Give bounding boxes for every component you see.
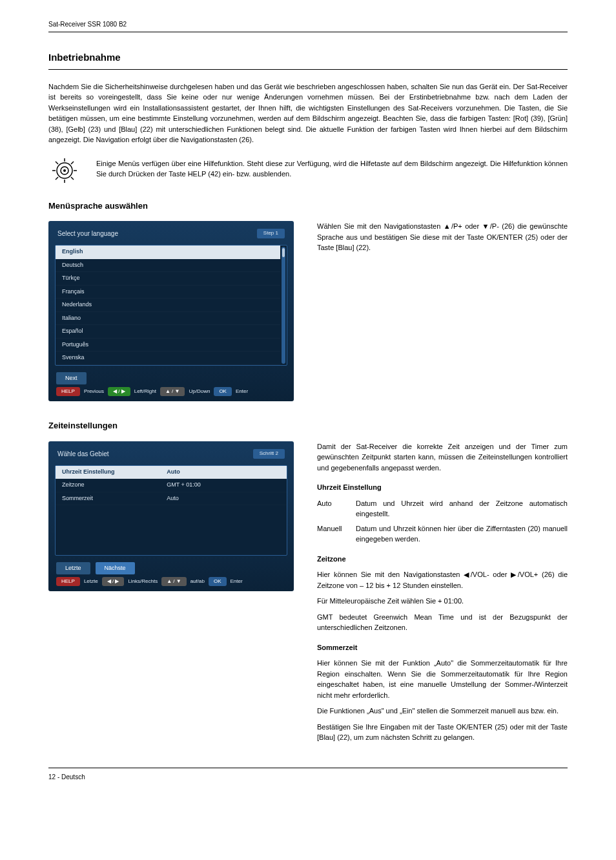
def-desc: Datum und Uhrzeit können hier über die Z…: [356, 523, 568, 545]
help-pill[interactable]: HELP: [56, 577, 80, 586]
osd-lang-step: Step 1: [257, 229, 285, 238]
lang-instruction: Wählen Sie mit den Navigationstasten ▲/P…: [317, 221, 568, 253]
intro-paragraph: Nachdem Sie die Sicherheitshinweise durc…: [48, 81, 568, 145]
lang-item-portugues[interactable]: Português: [56, 339, 280, 352]
row-label: Sommerzeit: [62, 494, 167, 503]
def-auto: Auto Datum und Uhrzeit wird anhand der Z…: [317, 498, 568, 519]
lang-item-nederlands[interactable]: Nederlands: [56, 299, 280, 312]
lightbulb-icon: [48, 156, 81, 185]
row-value: GMT + 01:00: [167, 481, 280, 490]
ok-pill[interactable]: OK: [209, 577, 227, 586]
h3-zeitzone: Zeitzone: [317, 554, 568, 565]
foot-letzte: Letzte: [84, 578, 98, 585]
lang-item-francais[interactable]: Français: [56, 286, 280, 299]
svg-point-2: [63, 169, 66, 172]
sommer-p2: Die Funktionen „Aus" und „Ein" stellen d…: [317, 706, 568, 717]
time-row-uhrzeit[interactable]: Uhrzeit Einstellung Auto: [56, 466, 287, 479]
osd-time-title: Wähle das Gebiet: [57, 449, 109, 459]
row-value: Auto: [167, 468, 280, 477]
green-pill[interactable]: ◀ / ▶: [108, 387, 130, 396]
def-desc: Datum und Uhrzeit wird anhand der Zeitzo…: [356, 498, 568, 519]
zeitzone-p3: GMT bedeutet Greenwich Mean Time und ist…: [317, 612, 568, 633]
foot-ud: auf/ab: [190, 578, 205, 585]
lang-item-italiano[interactable]: Italiano: [56, 312, 280, 326]
svg-line-10: [56, 177, 58, 180]
tip-block: Einige Menüs verfügen über eine Hilfefun…: [48, 156, 568, 185]
sommer-p3: Bestätigen Sie Ihre Eingaben mit der Tas…: [317, 722, 568, 743]
scrollbar[interactable]: [282, 247, 285, 364]
lang-item-espanol[interactable]: Español: [56, 325, 280, 339]
time-intro: Damit der Sat-Receiver die korrekte Zeit…: [317, 441, 568, 474]
osd-time-step: Schritt 2: [253, 449, 285, 459]
foot-previous: Previous: [84, 388, 104, 395]
def-term: Manuell: [317, 523, 348, 545]
lang-item-english[interactable]: English: [56, 246, 280, 259]
tip-text: Einige Menüs verfügen über eine Hilfefun…: [96, 156, 568, 180]
osd-lang-title: Select your language: [57, 229, 118, 238]
row-value: Auto: [167, 494, 280, 503]
osd-time: Wähle das Gebiet Schritt 2 Uhrzeit Einst…: [48, 441, 294, 592]
foot-updown: Up/Down: [189, 388, 210, 395]
time-row-sommerzeit[interactable]: Sommerzeit Auto: [56, 492, 287, 506]
lang-item-deutsch[interactable]: Deutsch: [56, 259, 280, 273]
sommer-p1: Hier können Sie mit der Funktion „Auto" …: [317, 658, 568, 700]
foot-enter: Enter: [231, 578, 243, 585]
h3-uhrzeit: Uhrzeit Einstellung: [317, 482, 568, 493]
osd-time-table[interactable]: Uhrzeit Einstellung Auto Zeitzone GMT + …: [55, 465, 287, 556]
svg-line-9: [71, 162, 74, 164]
osd-next-button[interactable]: Nächste: [96, 562, 135, 575]
h2-zeiteinstellungen: Zeiteinstellungen: [48, 419, 568, 432]
ud-pill[interactable]: ▲ / ▼: [161, 577, 187, 586]
lr-pill[interactable]: ◀ / ▶: [102, 577, 125, 586]
foot-lr: Links/Rechts: [128, 578, 158, 585]
page-number: 12: [48, 773, 56, 781]
page-footer: 12 - Deutsch: [48, 768, 568, 782]
foot-enter: Enter: [236, 388, 248, 395]
osd-prev-button[interactable]: Letzte: [56, 562, 90, 575]
osd-next-button[interactable]: Next: [56, 372, 87, 385]
h2-menusprache: Menüsprache auswählen: [48, 200, 568, 213]
svg-line-7: [56, 162, 58, 164]
def-manuell: Manuell Datum und Uhrzeit können hier üb…: [317, 523, 568, 545]
device-name: Sat-Receiver SSR 1080 B2: [48, 21, 127, 28]
footer-lang: Deutsch: [61, 773, 85, 781]
lang-item-turkce[interactable]: Türkçe: [56, 272, 280, 286]
h1-inbetriebnahme: Inbetriebnahme: [48, 50, 568, 70]
osd-lang-list[interactable]: English Deutsch Türkçe Français Nederlan…: [55, 245, 287, 366]
h3-sommerzeit: Sommerzeit: [317, 642, 568, 653]
svg-line-8: [71, 177, 74, 180]
help-pill[interactable]: HELP: [56, 387, 80, 396]
time-row-zeitzone[interactable]: Zeitzone GMT + 01:00: [56, 479, 287, 492]
zeitzone-p2: Für Mitteleuropäische Zeit wählen Sie + …: [317, 596, 568, 607]
row-label: Zeitzone: [62, 481, 167, 490]
def-term: Auto: [317, 498, 348, 519]
row-label: Uhrzeit Einstellung: [62, 468, 167, 477]
updown-pill[interactable]: ▲ / ▼: [160, 387, 185, 396]
osd-language: Select your language Step 1 English Deut…: [48, 221, 294, 401]
lang-item-svenska[interactable]: Svenska: [56, 351, 280, 365]
zeitzone-p1: Hier können Sie mit den Navigationstaste…: [317, 569, 568, 591]
ok-pill[interactable]: OK: [214, 387, 232, 396]
foot-leftright: Left/Right: [134, 388, 156, 395]
page-header: Sat-Receiver SSR 1080 B2: [48, 19, 568, 32]
